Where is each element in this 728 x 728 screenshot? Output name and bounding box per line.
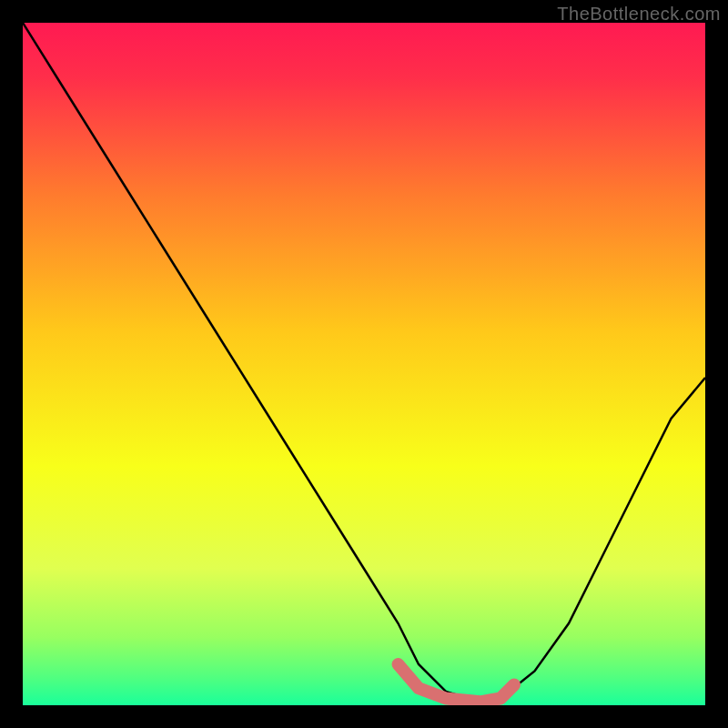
gradient-background	[23, 23, 705, 705]
chart-container: TheBottleneck.com	[0, 0, 728, 728]
watermark-label: TheBottleneck.com	[557, 4, 721, 25]
chart-svg	[23, 23, 705, 705]
chart-plot-area	[23, 23, 705, 705]
